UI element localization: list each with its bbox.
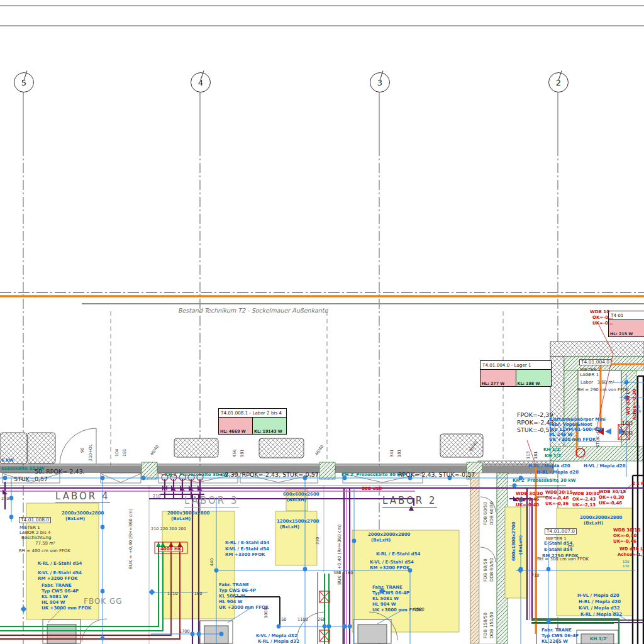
legend-title: T4.01.004.0 - Lager 1 [480, 361, 551, 370]
axis-label: 5 [21, 78, 26, 87]
cad-label: 1100 [297, 618, 308, 622]
cad-label: Fabr. TRANE [219, 583, 249, 587]
cad-label: H-VL / Mepla d20 [528, 464, 570, 469]
axis-label: 2 [556, 78, 561, 87]
cad-label: 130 [623, 565, 630, 569]
cad-label: T4.01.008.0 [19, 517, 51, 523]
legend-title: T4 01 [609, 311, 644, 320]
cad-label: 100 [621, 420, 633, 426]
cad-label: 330 [316, 537, 320, 545]
cad-label: K-VL / E-Stahl d54 [225, 547, 269, 552]
cad-label: WDB 30/15 [545, 491, 572, 495]
cad-label: Achse=-1,30 [618, 553, 644, 557]
cad-label: SEB d16 [362, 487, 382, 491]
cad-label: 50, RPOK=-2,43, [35, 469, 85, 475]
heating-load-cell: HL: 277 W [480, 370, 516, 386]
cad-label: BUK = +0,40 (RH=360 cm) [338, 525, 342, 585]
cad-label: 1210 [167, 592, 178, 596]
cad-label: UK +3000 mm FFOK [42, 606, 91, 611]
cad-label: 456 [233, 450, 237, 457]
cad-label: T4.01.004.0 [579, 359, 611, 365]
cad-label: STUK=0,57 [14, 476, 48, 482]
cad-label: DDB 150/50 [490, 612, 494, 638]
cad-label: E-Stahl d54 [544, 541, 572, 546]
cad-label: 4000 HK [158, 547, 183, 552]
boundary-note: Bestand Technikum T2 - Sockelmauer Außen… [178, 307, 328, 314]
cad-label: 600x1300x2700 [512, 521, 516, 561]
cad-label: 210+OL [89, 444, 93, 461]
grid-axis-4: 4 [191, 72, 211, 92]
cad-label: Typ CWS 06-4P [541, 634, 579, 638]
cad-label: RH = 400 cm von FFOK [19, 549, 70, 553]
cad-label: 2000x3000x2800 [62, 511, 104, 516]
cad-label: KL 5081 W [219, 594, 245, 599]
cad-label: T4.01.007.0 [545, 528, 577, 535]
cad-label: FBOK GG [84, 597, 123, 606]
cad-label: FPOK=-2,39 [517, 412, 553, 418]
cad-label: Fabr. TRANE [372, 586, 402, 590]
cad-label: LABOR 2 [382, 496, 437, 508]
cad-label: (BxLxH) [371, 538, 391, 543]
cad-label: 2000x3000x2800 [580, 516, 622, 520]
cad-label: 104 [115, 449, 119, 457]
cad-label: FDB 60/50 [484, 502, 488, 525]
cad-label: Fabr. TRANE [42, 584, 72, 588]
cad-label: OK=+0,30 [599, 496, 624, 500]
cad-label: RM +3200 FFOK [370, 566, 410, 570]
cad-label: 341 [390, 450, 394, 457]
cad-label: Beschichtung [21, 536, 51, 540]
cad-label: KH 1/2' [543, 448, 561, 452]
cad-label: K-RL / Mepla d32 [258, 640, 299, 644]
cad-label: 90 [80, 448, 85, 453]
cad-label: KH 2' Prozesskälte 30 kW [513, 479, 576, 483]
cad-label: 2000x3000x2800 [368, 533, 410, 537]
cad-label: K-VL / Mepla d32 [256, 634, 297, 638]
cad-label: RM +3300 FFOK [225, 553, 265, 557]
cad-label: E-Stahl d54 [544, 548, 572, 552]
cad-label: K-VL / Mepla d32 [579, 606, 620, 611]
cad-label: (BxLxH) [171, 517, 191, 521]
axis-label: 4 [198, 78, 203, 87]
cad-label: H-RL / Mepla d20 [536, 470, 579, 475]
heating-load-cell: HL: 4669 W [219, 418, 253, 434]
cad-label: 77,59 m² [35, 541, 55, 546]
room-legend-lager1: T4.01.004.0 - Lager 1 HL: 277 W KL: 198 … [480, 360, 552, 387]
cad-label: 380 [333, 571, 341, 575]
cad-label: OK=-0,46 [516, 497, 539, 502]
cad-label: KL 2265 W [541, 640, 568, 644]
cad-label: 181 [123, 449, 127, 457]
cad-label: STUK d12 [596, 426, 601, 448]
cad-label: (BxLxH) [280, 525, 299, 530]
cad-label: 1700 [179, 630, 190, 634]
cad-label: DDB 60/50 [490, 558, 494, 582]
cad-label: 181 [534, 452, 538, 459]
cad-label: 130 [623, 560, 630, 564]
cad-label: (BxLxH) [584, 521, 603, 526]
cad-label: H-VL / Mepla d20 [577, 594, 619, 598]
cooling-load-cell: KL: 19143 W [253, 418, 286, 434]
cad-label: KH 2' Prozesskälte 30 kW [341, 473, 405, 477]
cad-label: UK=-0,.. [592, 321, 613, 326]
cad-label: 440 [210, 558, 214, 566]
cad-label: Fabr. TRANE [541, 628, 572, 633]
cad-label: H-RL / Mepla d20 [579, 600, 621, 604]
cad-label: 2000x3000x2800 [167, 511, 209, 516]
cad-label: WDB 30/30 [572, 492, 599, 496]
cad-label: WDB 10 [590, 310, 609, 314]
cad-label: 2 x F [632, 482, 644, 486]
cad-label: WD d30 L [626, 391, 631, 415]
cad-label: Labor 3,60 m² [580, 380, 614, 385]
cad-label: Typ CWS 06-4P [219, 589, 256, 593]
cad-label: K-RL / E-Stahl d54 [376, 552, 420, 557]
cad-floorplan: 5 4 3 2 Bestand Technikum T2 - Sockelmau… [0, 0, 644, 644]
cad-label: 160 [345, 571, 353, 575]
cad-label: LAGER 1 [580, 373, 599, 377]
cad-label: UK=-0,36 [545, 502, 569, 506]
cad-label: UK +3000 mm FFOK [219, 606, 269, 610]
cad-label: UK=-0,46 [599, 501, 622, 506]
cad-label: UK=-0,40 [516, 503, 539, 508]
cad-label: UK=-0,46 [613, 540, 636, 544]
room-legend-edge: T4 01 HL: 215 W [608, 311, 644, 337]
cad-label: UK=-2,13 [572, 503, 596, 508]
cad-label: 710 [531, 574, 539, 578]
